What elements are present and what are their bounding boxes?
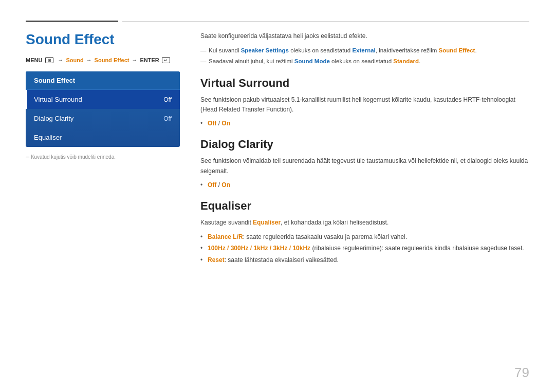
right-column: Saate konfigureerida väljastatava heli j…: [200, 31, 529, 377]
intro-bullet-1: Kui suvandi Speaker Settings olekuks on …: [200, 46, 529, 55]
menu-item-label-equaliser: Equaliser: [34, 134, 62, 141]
vs-on: On: [221, 120, 230, 127]
intro-b1-suffix: , inaktiveeritakse režiim: [376, 47, 439, 53]
eq-reset-suffix: : saate lähtestada ekvalaiseri vaikesätt…: [225, 256, 339, 264]
dialog-clarity-bullets: Off / On: [200, 180, 529, 190]
sound-effect-link: Sound Effect: [95, 57, 130, 63]
intro-b1-end: .: [475, 47, 476, 53]
menu-icon: ⊞: [45, 57, 53, 63]
sep1: →: [58, 57, 63, 63]
intro-b2-end: .: [419, 58, 420, 64]
virtual-surround-bullet: Off / On: [200, 119, 529, 128]
equaliser-desc: Kasutage suvandit Equaliser, et kohandad…: [200, 218, 529, 228]
intro-bullet-2: Saadaval ainult juhul, kui režiimi Sound…: [200, 57, 529, 66]
intro-b1-prefix: Kui suvandi: [209, 47, 241, 53]
equaliser-title: Equaliser: [200, 199, 529, 213]
dialog-clarity-bullet: Off / On: [200, 180, 529, 190]
menu-panel-header: Sound Effect: [26, 71, 180, 90]
footnote: Kuvatud kujutis võib mudeliti erineda.: [26, 154, 180, 160]
eq-reset-link: Reset: [208, 256, 225, 264]
virtual-surround-desc: See funktsioon pakub virtuaalset 5.1-kan…: [200, 95, 529, 115]
page-number: 79: [514, 365, 529, 381]
menu-item-virtual-surround[interactable]: Virtual Surround Off: [26, 90, 180, 109]
dc-sep: /: [216, 181, 221, 189]
dc-off: Off: [208, 181, 216, 189]
page-title: Sound Effect: [26, 31, 180, 48]
eq-balance-suffix: : saate reguleerida tasakaalu vasaku ja …: [243, 233, 408, 240]
virtual-surround-title: Virtual Surround: [200, 77, 529, 90]
menu-item-label-virtual-surround: Virtual Surround: [34, 96, 82, 103]
top-rules: [26, 21, 529, 22]
page-container: Sound Effect MENU ⊞ → Sound → Sound Effe…: [0, 0, 555, 392]
menu-path: MENU ⊞ → Sound → Sound Effect → ENTER ↵: [26, 57, 180, 63]
sep2: →: [86, 57, 92, 63]
enter-label: ENTER: [140, 57, 159, 63]
virtual-surround-bullets: Off / On: [200, 119, 529, 128]
equaliser-desc-prefix: Kasutage suvandit: [200, 219, 253, 226]
left-column: Sound Effect MENU ⊞ → Sound → Sound Effe…: [26, 31, 180, 377]
eq-balance-link: Balance L/R: [208, 233, 243, 240]
intro-b1-link2: External: [352, 47, 375, 53]
menu-item-equaliser[interactable]: Equaliser: [26, 128, 180, 147]
intro-b1-link3: Sound Effect: [438, 47, 475, 53]
rule-light: [122, 21, 529, 22]
sound-link: Sound: [66, 57, 83, 63]
menu-label: MENU: [26, 57, 42, 63]
eq-freq-suffix: (ribalaiuse reguleerimine): saate regule…: [310, 245, 524, 252]
rule-dark: [26, 21, 118, 22]
intro-b1-middle: olekuks on seadistatud: [289, 47, 352, 53]
vs-off: Off: [208, 120, 216, 127]
intro-b2-middle: olekuks on seadistatud: [330, 58, 393, 64]
menu-item-dialog-clarity[interactable]: Dialog Clarity Off: [26, 109, 180, 128]
intro-text: Saate konfigureerida väljastatava heli j…: [200, 31, 529, 41]
enter-icon: ↵: [162, 57, 170, 63]
intro-b2-link1: Sound Mode: [294, 58, 330, 64]
eq-freq-link: 100Hz / 300Hz / 1kHz / 3kHz / 10kHz: [208, 245, 310, 252]
intro-b1-link1: Speaker Settings: [241, 47, 289, 53]
equaliser-desc-link: Equaliser: [253, 219, 281, 226]
intro-b2-prefix: Saadaval ainult juhul, kui režiimi: [209, 58, 294, 64]
content-area: Sound Effect MENU ⊞ → Sound → Sound Effe…: [26, 31, 529, 377]
intro-b2-link2: Standard: [393, 58, 419, 64]
intro-bullets: Kui suvandi Speaker Settings olekuks on …: [200, 46, 529, 66]
equaliser-bullets: Balance L/R: saate reguleerida tasakaalu…: [200, 232, 529, 265]
equaliser-desc-suffix: , et kohandada iga kõlari heliseadistust…: [281, 219, 388, 226]
menu-item-value-dialog-clarity: Off: [163, 115, 172, 122]
menu-item-label-dialog-clarity: Dialog Clarity: [34, 115, 73, 122]
dialog-clarity-title: Dialog Clarity: [200, 138, 529, 151]
equaliser-bullet-reset: Reset: saate lähtestada ekvalaiseri vaik…: [200, 255, 529, 265]
vs-sep: /: [216, 120, 221, 127]
menu-item-value-virtual-surround: Off: [163, 96, 172, 103]
dialog-clarity-desc: See funktsioon võimaldab teil suurendada…: [200, 156, 529, 176]
menu-panel: Sound Effect Virtual Surround Off Dialog…: [26, 71, 180, 147]
dc-on: On: [221, 181, 230, 189]
sep3: →: [132, 57, 137, 63]
equaliser-bullet-balance: Balance L/R: saate reguleerida tasakaalu…: [200, 232, 529, 242]
equaliser-bullet-freq: 100Hz / 300Hz / 1kHz / 3kHz / 10kHz (rib…: [200, 243, 529, 253]
